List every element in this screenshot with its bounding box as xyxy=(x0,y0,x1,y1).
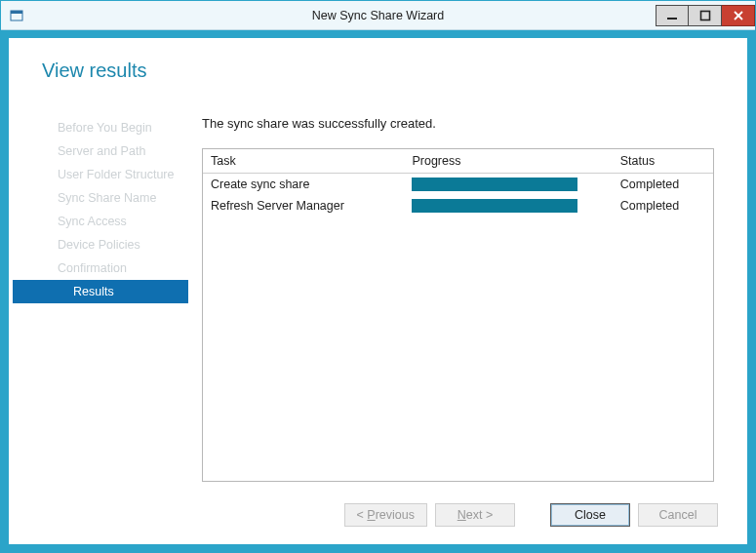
titlebar[interactable]: New Sync Share Wizard xyxy=(1,1,755,30)
col-status[interactable]: Status xyxy=(613,149,713,174)
close-button[interactable]: Close xyxy=(550,503,630,527)
page-header: View results xyxy=(13,42,743,102)
task-cell: Create sync share xyxy=(203,174,404,195)
next-button: Next > xyxy=(435,503,515,527)
sidebar-item-before-you-begin: Before You Begin xyxy=(13,116,188,139)
previous-button: < Previous xyxy=(344,503,427,527)
sidebar-item-user-folder-structure: User Folder Structure xyxy=(13,163,188,186)
table-row[interactable]: Create sync shareCompleted xyxy=(203,174,713,195)
svg-rect-1 xyxy=(11,11,22,14)
status-cell: Completed xyxy=(613,174,713,195)
results-table: Task Progress Status Create sync shareCo… xyxy=(203,149,713,217)
wizard-footer: < Previous Next > Close Cancel xyxy=(13,490,743,540)
content-area: Before You BeginServer and PathUser Fold… xyxy=(13,102,743,490)
close-window-button[interactable] xyxy=(722,5,755,26)
wizard-steps-sidebar: Before You BeginServer and PathUser Fold… xyxy=(13,102,188,490)
page-title: View results xyxy=(42,59,743,82)
sidebar-item-results[interactable]: Results xyxy=(13,280,188,303)
cancel-button: Cancel xyxy=(638,503,718,527)
minimize-button[interactable] xyxy=(656,5,689,26)
main-panel: The sync share was successfully created.… xyxy=(188,102,743,490)
wizard-window: New Sync Share Wizard View results Befor… xyxy=(0,0,756,553)
col-progress[interactable]: Progress xyxy=(404,149,612,174)
col-task[interactable]: Task xyxy=(203,149,404,174)
progress-bar xyxy=(412,178,577,191)
sidebar-item-device-policies: Device Policies xyxy=(13,233,188,257)
svg-rect-3 xyxy=(700,11,709,20)
task-cell: Refresh Server Manager xyxy=(203,195,404,217)
window-controls xyxy=(656,5,755,26)
table-header-row: Task Progress Status xyxy=(203,149,713,174)
sidebar-item-sync-share-name: Sync Share Name xyxy=(13,186,188,210)
status-cell: Completed xyxy=(613,195,713,217)
table-row[interactable]: Refresh Server ManagerCompleted xyxy=(203,195,713,217)
progress-cell xyxy=(404,174,612,195)
status-message: The sync share was successfully created. xyxy=(202,116,714,131)
window-title: New Sync Share Wizard xyxy=(312,9,444,22)
svg-rect-2 xyxy=(667,18,677,20)
app-icon xyxy=(9,8,24,23)
sidebar-item-server-and-path: Server and Path xyxy=(13,139,188,163)
maximize-button[interactable] xyxy=(689,5,722,26)
sidebar-item-confirmation: Confirmation xyxy=(13,257,188,280)
progress-cell xyxy=(404,195,612,217)
progress-bar xyxy=(412,199,577,213)
sidebar-item-sync-access: Sync Access xyxy=(13,210,188,233)
grid-empty-area xyxy=(203,217,713,482)
wizard-body: View results Before You BeginServer and … xyxy=(1,30,755,552)
results-grid: Task Progress Status Create sync shareCo… xyxy=(202,148,714,482)
